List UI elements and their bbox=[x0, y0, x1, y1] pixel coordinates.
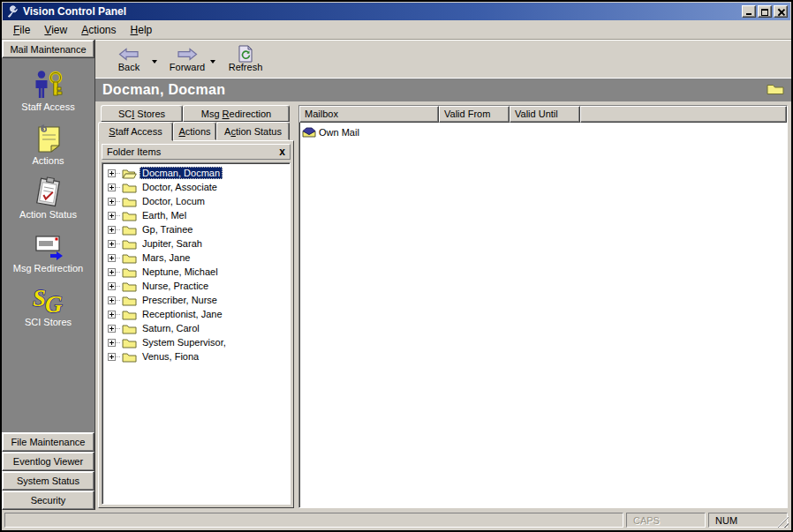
column-header-mailbox[interactable]: Mailbox bbox=[299, 106, 439, 123]
tab-actions[interactable]: Actions bbox=[173, 122, 216, 140]
sidebar-group-mail-maintenance[interactable]: Mail Maintenance bbox=[2, 40, 94, 58]
menu-help[interactable]: Help bbox=[124, 22, 160, 38]
back-dropdown-icon[interactable] bbox=[152, 60, 157, 64]
expand-plus-icon[interactable] bbox=[108, 311, 116, 318]
closed-folder-icon bbox=[122, 351, 137, 363]
tree-item[interactable]: Venus, Fiona bbox=[102, 349, 290, 363]
expand-plus-icon[interactable] bbox=[108, 254, 116, 262]
expand-plus-icon[interactable] bbox=[108, 240, 116, 248]
tab-sci-stores[interactable]: SCI Stores bbox=[101, 105, 183, 122]
forward-button[interactable]: Forward bbox=[164, 41, 210, 77]
tree-item[interactable]: Doctor, Locum bbox=[102, 194, 290, 208]
sidebar-item-action-status[interactable]: Action Status bbox=[2, 176, 94, 220]
closed-folder-icon bbox=[122, 323, 137, 334]
refresh-label: Refresh bbox=[229, 62, 263, 72]
menu-file[interactable]: File bbox=[6, 22, 37, 38]
svg-text:S: S bbox=[33, 285, 46, 311]
selected-item-title: Docman, Docman bbox=[102, 82, 767, 98]
tree-item[interactable]: Nurse, Practice bbox=[102, 279, 290, 293]
expand-plus-icon[interactable] bbox=[108, 325, 116, 333]
expand-plus-icon[interactable] bbox=[108, 226, 116, 234]
content-area: SCI Stores Msg Redirection Staff Access … bbox=[95, 102, 791, 510]
column-header-valid-until[interactable]: Valid Until bbox=[510, 106, 580, 123]
tree-item-label: Earth, Mel bbox=[140, 209, 189, 221]
folder-tab-panel: SCI Stores Msg Redirection Staff Access … bbox=[98, 105, 294, 508]
tree-item[interactable]: Mars, Jane bbox=[102, 251, 290, 265]
menu-view[interactable]: View bbox=[37, 22, 74, 38]
sidebar-group-file-maintenance[interactable]: File Maintenance bbox=[2, 432, 94, 452]
expand-plus-icon[interactable] bbox=[108, 268, 116, 276]
maximize-button[interactable] bbox=[758, 5, 772, 18]
sidebar: Mail Maintenance Staff Access bbox=[2, 40, 95, 510]
tree-item[interactable]: Receptionist, Jane bbox=[102, 307, 290, 321]
tab-staff-access[interactable]: Staff Access bbox=[98, 122, 173, 141]
expand-plus-icon[interactable] bbox=[108, 282, 116, 290]
close-panel-icon[interactable]: x bbox=[279, 147, 285, 156]
expand-plus-icon[interactable] bbox=[108, 184, 116, 191]
tree-item-label: Neptune, Michael bbox=[140, 266, 221, 278]
forward-dropdown-icon[interactable] bbox=[210, 60, 215, 64]
sidebar-item-staff-access[interactable]: Staff Access bbox=[2, 68, 94, 112]
tree-item[interactable]: Earth, Mel bbox=[102, 208, 290, 222]
tree-item-label: Venus, Fiona bbox=[140, 350, 201, 363]
closed-folder-icon bbox=[122, 182, 137, 193]
sidebar-group-eventlog-viewer[interactable]: Eventlog Viewer bbox=[2, 452, 94, 471]
tab-row-back: SCI Stores Msg Redirection bbox=[98, 105, 294, 122]
closed-folder-icon bbox=[122, 281, 137, 292]
sidebar-item-label: Msg Redirection bbox=[13, 263, 83, 273]
title-bar[interactable]: Vision Control Panel bbox=[3, 3, 790, 20]
refresh-icon bbox=[238, 46, 253, 62]
expand-plus-icon[interactable] bbox=[108, 339, 116, 347]
tree-item[interactable]: Jupiter, Sarah bbox=[102, 236, 290, 251]
tree-item[interactable]: Prescriber, Nurse bbox=[102, 293, 290, 307]
folder-icon bbox=[767, 81, 784, 99]
tree-item-label: Saturn, Carol bbox=[140, 322, 202, 334]
expand-plus-icon[interactable] bbox=[108, 212, 116, 220]
tree-item-label: Docman, Docman bbox=[140, 167, 223, 179]
refresh-button[interactable]: Refresh bbox=[223, 41, 268, 77]
sidebar-item-sci-stores[interactable]: S G SCI Stores bbox=[2, 283, 94, 327]
menu-actions[interactable]: Actions bbox=[74, 22, 123, 38]
closed-folder-icon bbox=[122, 210, 137, 221]
tab-action-status[interactable]: Action Status bbox=[216, 122, 290, 140]
expand-plus-icon[interactable] bbox=[108, 198, 116, 206]
tree-item[interactable]: Docman, Docman bbox=[102, 166, 290, 180]
sidebar-group-security[interactable]: Security bbox=[2, 491, 94, 510]
sidebar-group-system-status[interactable]: System Status bbox=[2, 471, 94, 491]
sidebar-item-actions[interactable]: Actions bbox=[2, 122, 94, 166]
svg-text:G: G bbox=[45, 291, 63, 317]
action-status-icon bbox=[34, 176, 64, 208]
app-window: Vision Control Panel File View Actions H… bbox=[0, 0, 793, 532]
tree-item-label: Nurse, Practice bbox=[140, 280, 211, 292]
expand-plus-icon[interactable] bbox=[108, 353, 116, 361]
expand-plus-icon[interactable] bbox=[108, 296, 116, 304]
tree-item[interactable]: Doctor, Associate bbox=[102, 180, 290, 194]
list-item-label: Own Mail bbox=[319, 127, 359, 138]
sidebar-item-msg-redirection[interactable]: Msg Redirection bbox=[2, 229, 94, 273]
tab-row-front: Staff Access Actions Action Status bbox=[98, 122, 294, 140]
tree-item-label: Jupiter, Sarah bbox=[140, 237, 205, 250]
back-button[interactable]: Back bbox=[106, 41, 152, 77]
expand-plus-icon[interactable] bbox=[108, 169, 116, 177]
tree-item[interactable]: Saturn, Carol bbox=[102, 321, 290, 335]
tree-item[interactable]: Gp, Trainee bbox=[102, 222, 290, 236]
msg-redirection-icon bbox=[33, 229, 64, 262]
minimize-button[interactable] bbox=[742, 5, 756, 18]
tree-item-label: Doctor, Locum bbox=[140, 195, 208, 207]
toolbar: Back Forward bbox=[95, 40, 791, 78]
list-body[interactable]: Own Mail bbox=[299, 123, 787, 507]
folder-items-header: Folder Items x bbox=[102, 144, 291, 160]
list-header-row: Mailbox Valid From Valid Until bbox=[299, 106, 787, 123]
folder-tree[interactable]: Docman, Docman Doctor, Associate Doctor, bbox=[102, 162, 291, 505]
tab-msg-redirection[interactable]: Msg Redirection bbox=[183, 105, 290, 122]
column-header-valid-from[interactable]: Valid From bbox=[439, 106, 510, 123]
tree-item[interactable]: System Supervisor, bbox=[102, 335, 290, 349]
status-bar: CAPS NUM bbox=[2, 510, 791, 530]
main-area: Mail Maintenance Staff Access bbox=[2, 39, 791, 510]
tree-item-label: System Supervisor, bbox=[140, 336, 229, 348]
column-header-filler bbox=[580, 106, 787, 123]
tree-item[interactable]: Neptune, Michael bbox=[102, 265, 290, 279]
close-button[interactable] bbox=[774, 5, 788, 18]
selection-header: Docman, Docman bbox=[95, 78, 791, 102]
list-item-own-mail[interactable]: Own Mail bbox=[301, 125, 785, 139]
